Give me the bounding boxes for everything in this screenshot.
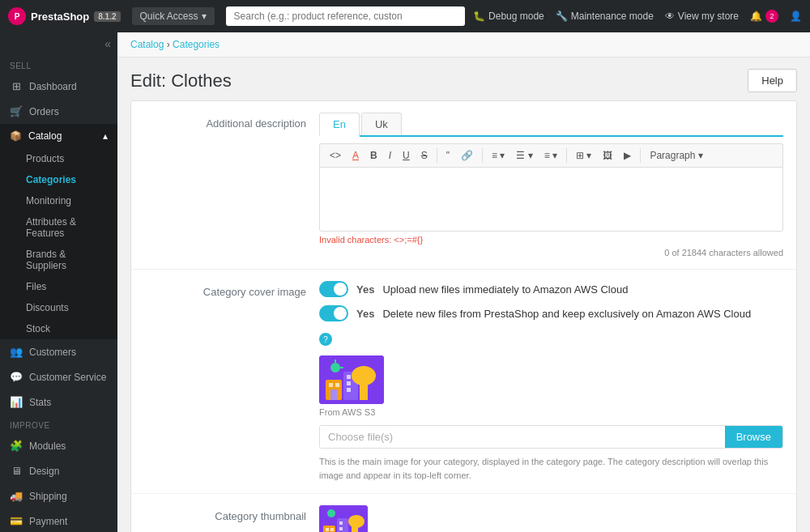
bug-icon: 🐛 <box>473 11 485 22</box>
bold-button[interactable]: B <box>365 147 382 164</box>
wrench-icon: 🔧 <box>556 11 568 22</box>
category-thumbnail-row: Category thumbnail <box>131 494 796 532</box>
sidebar-item-orders[interactable]: 🛒 Orders <box>0 99 117 124</box>
sidebar-item-dashboard[interactable]: ⊞ Dashboard <box>0 74 117 99</box>
svg-rect-20 <box>339 521 343 525</box>
catalog-submenu: Products Categories Monitoring Attribute… <box>0 148 117 339</box>
additional-description-row: Additional description En Uk <> A B I U … <box>131 101 796 270</box>
cover-image-file-row: Choose file(s) Browse <box>319 425 783 449</box>
align-button[interactable]: ≡ ▾ <box>487 147 509 164</box>
svg-rect-21 <box>339 527 343 530</box>
svg-rect-16 <box>326 528 329 531</box>
sell-section-label: SELL <box>0 55 117 74</box>
upload-toggle[interactable] <box>319 281 348 297</box>
eye-icon: 👁 <box>665 11 675 22</box>
quick-access-button[interactable]: Quick Access ▾ <box>132 7 215 25</box>
delete-toggle[interactable] <box>319 305 348 321</box>
cover-image-browse-button[interactable]: Browse <box>725 426 782 448</box>
table-button[interactable]: ⊞ ▾ <box>571 147 596 164</box>
invalid-chars-text: Invalid characters: <>;=#{} <box>319 235 783 245</box>
category-cover-image-label: Category cover image <box>144 281 306 298</box>
form-section: Additional description En Uk <> A B I U … <box>130 100 797 532</box>
language-tabs: En Uk <box>319 113 783 137</box>
sidebar-item-products[interactable]: Products <box>0 148 117 169</box>
top-navigation: P PrestaShop 8.1.2 Quick Access ▾ 🐛 Debu… <box>0 0 810 32</box>
paragraph-dropdown[interactable]: Paragraph ▾ <box>645 147 707 164</box>
sidebar-item-catalog[interactable]: 📦 Catalog ▴ <box>0 124 117 148</box>
search-input[interactable] <box>226 6 466 26</box>
logo-area: P PrestaShop 8.1.2 <box>8 7 121 25</box>
user-avatar[interactable]: 👤 <box>790 11 802 22</box>
strikethrough-button[interactable]: S <box>416 147 433 164</box>
sidebar-item-brands-suppliers[interactable]: Brands & Suppliers <box>0 244 117 276</box>
sidebar-item-stock[interactable]: Stock <box>0 318 117 339</box>
sidebar-item-shipping[interactable]: 🚚 Shipping <box>0 483 117 509</box>
list-button[interactable]: ☰ ▾ <box>511 147 537 164</box>
thumbnail-preview <box>319 505 368 532</box>
sidebar-item-payment[interactable]: 💳 Payment <box>0 509 117 532</box>
dashboard-icon: ⊞ <box>10 80 23 92</box>
media-button[interactable]: ▶ <box>619 147 636 164</box>
notifications-button[interactable]: 🔔 2 <box>750 10 778 23</box>
chevron-up-icon: ▴ <box>103 130 108 142</box>
top-nav-right: 🐛 Debug mode 🔧 Maintenance mode 👁 View m… <box>473 10 802 23</box>
improve-section-label: IMPROVE <box>0 415 117 433</box>
tab-en[interactable]: En <box>319 113 360 137</box>
sidebar-item-discounts[interactable]: Discounts <box>0 297 117 318</box>
editor-area[interactable] <box>319 167 783 232</box>
notification-count: 2 <box>765 10 778 23</box>
toggle-1-value: Yes <box>356 283 374 296</box>
bell-icon: 🔔 <box>750 11 762 22</box>
sidebar-item-categories[interactable]: Categories <box>0 169 117 190</box>
svg-point-24 <box>327 509 335 517</box>
page-header: Edit: Clothes Help <box>117 57 810 100</box>
toggle-2-text: Delete new files from PrestaShop and kee… <box>382 308 751 320</box>
sidebar-item-files[interactable]: Files <box>0 276 117 297</box>
svg-rect-4 <box>330 389 337 400</box>
category-thumbnail-content: From AWS S3 Choose file(s) Browse Displa… <box>319 505 783 532</box>
toggle-row-1: Yes Upload new files immediately to Amaz… <box>319 281 783 297</box>
orders-icon: 🛒 <box>10 105 23 117</box>
additional-description-label: Additional description <box>144 113 306 130</box>
font-color-button[interactable]: A <box>347 147 364 164</box>
breadcrumb-catalog[interactable]: Catalog <box>130 39 164 50</box>
help-icon[interactable]: ? <box>319 333 332 346</box>
source-button[interactable]: <> <box>325 147 346 164</box>
debug-mode-button[interactable]: 🐛 Debug mode <box>473 11 544 22</box>
image-button[interactable]: 🖼 <box>598 147 617 164</box>
char-count: 0 of 21844 characters allowed <box>319 248 783 257</box>
chevron-down-icon: ▾ <box>202 11 207 22</box>
payment-icon: 💳 <box>10 515 23 527</box>
svg-rect-2 <box>329 383 333 387</box>
logo-icon: P <box>8 7 26 25</box>
category-cover-image-row: Category cover image Yes Upload new file… <box>131 270 796 494</box>
sidebar-item-modules[interactable]: 🧩 Modules <box>0 433 117 458</box>
sidebar-item-customers[interactable]: 👥 Customers <box>0 339 117 364</box>
underline-button[interactable]: U <box>398 147 415 164</box>
sidebar-item-monitoring[interactable]: Monitoring <box>0 190 117 211</box>
sidebar: « SELL ⊞ Dashboard 🛒 Orders 📦 Catalog ▴ … <box>0 32 117 532</box>
blockquote-button[interactable]: " <box>441 147 454 164</box>
cover-image-from-aws: From AWS S3 <box>319 407 783 417</box>
help-button[interactable]: Help <box>748 69 797 92</box>
maintenance-mode-button[interactable]: 🔧 Maintenance mode <box>556 11 654 22</box>
stats-icon: 📊 <box>10 396 23 408</box>
svg-rect-8 <box>347 388 351 392</box>
sidebar-item-design[interactable]: 🖥 Design <box>0 458 117 483</box>
app-name: PrestaShop <box>31 11 89 23</box>
search-bar <box>226 6 466 26</box>
ordered-list-button[interactable]: ≡ ▾ <box>539 147 562 164</box>
toggle-row-2: Yes Delete new files from PrestaShop and… <box>319 305 783 321</box>
link-button[interactable]: 🔗 <box>456 147 478 164</box>
sidebar-toggle[interactable]: « <box>0 32 117 55</box>
cover-image-preview <box>319 355 384 404</box>
tab-uk[interactable]: Uk <box>361 113 402 135</box>
view-my-store-button[interactable]: 👁 View my store <box>665 11 739 22</box>
svg-rect-10 <box>360 376 368 400</box>
italic-button[interactable]: I <box>384 147 396 164</box>
cover-image-file-input[interactable]: Choose file(s) <box>320 426 725 448</box>
sidebar-item-stats[interactable]: 📊 Stats <box>0 389 117 415</box>
sidebar-item-customer-service[interactable]: 💬 Customer Service <box>0 364 117 389</box>
breadcrumb-categories[interactable]: Categories <box>173 39 220 50</box>
sidebar-item-attributes-features[interactable]: Attributes & Features <box>0 211 117 244</box>
